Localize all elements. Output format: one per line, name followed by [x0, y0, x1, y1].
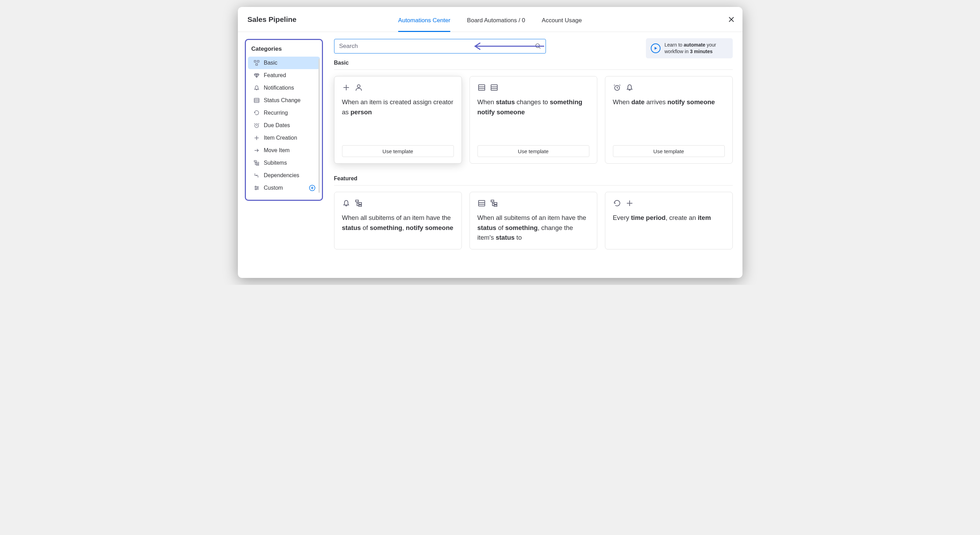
template-card[interactable]: When all subitems of an item have the st… — [469, 192, 597, 250]
basic-cards: When an item is created assign creator a… — [334, 76, 733, 164]
body: Categories Basic Featured Notifications … — [238, 32, 743, 278]
arrow-right-icon — [253, 147, 260, 154]
search-icon — [535, 43, 541, 49]
sidebar-item-move-item[interactable]: Move Item — [248, 144, 320, 157]
tab-account-usage[interactable]: Account Usage — [542, 17, 582, 32]
featured-cards: When all subitems of an item have the st… — [334, 192, 733, 250]
sidebar-item-label: Due Dates — [264, 122, 290, 129]
person-icon — [355, 83, 363, 92]
alarm-icon — [253, 122, 260, 129]
main-content: Learn to automate your workflow in 3 min… — [327, 32, 743, 278]
sidebar-item-label: Basic — [264, 60, 277, 66]
svg-rect-2 — [256, 64, 257, 65]
sidebar-item-subitems[interactable]: Subitems — [248, 157, 320, 169]
sidebar-title: Categories — [246, 46, 322, 57]
svg-rect-1 — [257, 61, 259, 62]
sidebar-item-label: Status Change — [264, 97, 301, 103]
tab-board-automations[interactable]: Board Automations / 0 — [467, 17, 525, 32]
card-text: When all subitems of an item have the st… — [477, 213, 589, 243]
sliders-icon — [253, 185, 260, 191]
template-card[interactable]: Every time period, create an item — [605, 192, 733, 250]
board-title: Sales Pipeline — [248, 15, 297, 24]
list-icon — [253, 97, 260, 103]
use-template-button[interactable]: Use template — [342, 145, 454, 157]
svg-rect-14 — [479, 85, 485, 90]
recurring-icon — [613, 199, 621, 207]
sidebar-item-label: Recurring — [264, 110, 288, 116]
sidebar-item-basic[interactable]: Basic — [248, 57, 320, 69]
card-icons — [342, 199, 454, 207]
sidebar-item-dependencies[interactable]: Dependencies — [248, 169, 320, 182]
sidebar-item-label: Dependencies — [264, 172, 299, 178]
sidebar-item-custom[interactable]: Custom — [248, 182, 320, 194]
sidebar-item-status-change[interactable]: Status Change — [248, 94, 320, 107]
template-card[interactable]: When status changes to something notify … — [469, 76, 597, 164]
sidebar-scrollbar[interactable] — [318, 59, 320, 193]
header: Sales Pipeline Automations Center Board … — [238, 7, 743, 32]
header-tabs: Automations Center Board Automations / 0… — [398, 7, 582, 32]
recurring-icon — [253, 110, 260, 116]
automations-panel: Sales Pipeline Automations Center Board … — [238, 7, 743, 278]
card-icons — [613, 199, 725, 207]
svg-rect-6 — [257, 162, 259, 164]
list-icon — [477, 199, 486, 207]
list-icon — [490, 83, 498, 92]
svg-point-10 — [255, 189, 256, 190]
plus-icon — [342, 83, 350, 92]
learn-automate-card[interactable]: Learn to automate your workflow in 3 min… — [646, 38, 733, 58]
svg-point-12 — [536, 44, 539, 48]
search-input[interactable] — [334, 39, 546, 54]
diamond-icon — [253, 72, 260, 78]
alarm-icon — [613, 83, 621, 92]
svg-rect-3 — [254, 98, 259, 102]
svg-point-8 — [255, 186, 256, 187]
use-template-button[interactable]: Use template — [477, 145, 589, 157]
use-template-button[interactable]: Use template — [613, 145, 725, 157]
subitems-icon — [355, 199, 363, 207]
play-icon — [651, 43, 660, 53]
svg-rect-5 — [254, 161, 256, 162]
card-text: When date arrives notify someone — [613, 97, 725, 140]
card-text: Every time period, create an item — [613, 213, 725, 243]
sidebar-item-label: Move Item — [264, 147, 290, 154]
svg-rect-7 — [257, 164, 259, 166]
sidebar-item-label: Notifications — [264, 85, 294, 91]
sidebar-item-notifications[interactable]: Notifications — [248, 82, 320, 94]
svg-rect-18 — [359, 202, 361, 204]
bell-icon — [342, 199, 350, 207]
svg-rect-20 — [479, 201, 485, 206]
bell-icon — [625, 83, 634, 92]
grid-icon — [253, 60, 260, 66]
svg-rect-23 — [494, 205, 497, 206]
plus-circle-icon[interactable] — [309, 185, 316, 191]
section-title-featured: Featured — [334, 175, 733, 186]
template-card[interactable]: When an item is created assign creator a… — [334, 76, 462, 164]
svg-point-13 — [357, 85, 360, 88]
tab-automations-center[interactable]: Automations Center — [398, 17, 450, 32]
svg-rect-0 — [254, 61, 256, 62]
sidebar-item-label: Custom — [264, 185, 283, 191]
sidebar-item-recurring[interactable]: Recurring — [248, 107, 320, 119]
template-card[interactable]: When date arrives notify someone Use tem… — [605, 76, 733, 164]
card-icons — [477, 83, 589, 92]
svg-point-9 — [257, 188, 258, 189]
sidebar-item-label: Item Creation — [264, 135, 297, 141]
search-box — [334, 39, 546, 54]
sidebar-item-due-dates[interactable]: Due Dates — [248, 119, 320, 132]
template-card[interactable]: When all subitems of an item have the st… — [334, 192, 462, 250]
sidebar-item-label: Featured — [264, 72, 286, 78]
svg-rect-15 — [491, 85, 497, 90]
card-icons — [613, 83, 725, 92]
section-title-basic: Basic — [334, 60, 733, 70]
sidebar-item-label: Subitems — [264, 160, 287, 166]
card-text: When status changes to something notify … — [477, 97, 589, 140]
dependencies-icon — [253, 172, 260, 178]
close-button[interactable] — [728, 16, 735, 23]
sidebar-item-featured[interactable]: Featured — [248, 69, 320, 82]
card-text: When an item is created assign creator a… — [342, 97, 454, 140]
categories-sidebar: Categories Basic Featured Notifications … — [245, 39, 323, 201]
plus-icon — [625, 199, 634, 207]
sidebar-item-item-creation[interactable]: Item Creation — [248, 132, 320, 144]
subitems-icon — [253, 160, 260, 166]
sidebar-wrap: Categories Basic Featured Notifications … — [238, 32, 327, 278]
